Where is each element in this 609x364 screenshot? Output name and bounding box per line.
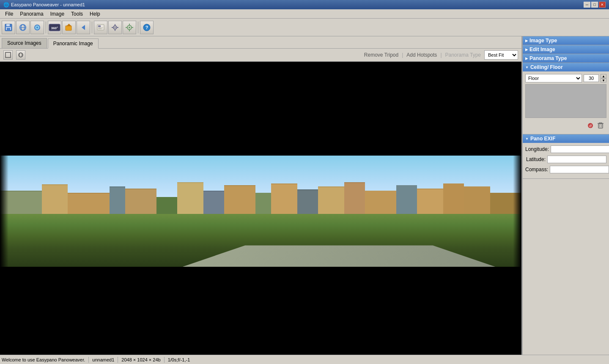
tab-panoramic-image[interactable]: Panoramic Image: [48, 38, 99, 49]
svg-text:360°: 360°: [51, 26, 58, 30]
menu-file[interactable]: File: [2, 10, 16, 18]
help-button[interactable]: ?: [140, 21, 154, 34]
status-welcome: Welcome to use Easypano Panoweaver.: [2, 357, 85, 362]
preview-button[interactable]: [30, 21, 44, 34]
svg-point-35: [19, 53, 22, 57]
left-panel: Source Images Panoramic Image Remove Tri…: [0, 36, 522, 355]
pano-exif-header[interactable]: ▼ Pano EXIF: [523, 134, 609, 143]
building-8: [224, 185, 255, 214]
panoramic-view: [0, 62, 521, 355]
ceiling-floor-section: ▼ Ceiling/ Floor Floor Ceiling Both None…: [523, 63, 609, 134]
image-type-section: ▶ Image Type: [523, 36, 609, 45]
decode-button[interactable]: [94, 21, 107, 34]
add-hotspots-link[interactable]: Add Hotspots: [406, 52, 437, 58]
stitch-button[interactable]: [16, 21, 30, 34]
floor-ceiling-dropdown[interactable]: Floor Ceiling Both None: [525, 74, 582, 82]
cf-load-button[interactable]: ↺: [586, 121, 595, 130]
panorama-type-label: Panorama Type: [445, 52, 481, 58]
compass-input[interactable]: [550, 166, 609, 173]
image-type-arrow: ▶: [525, 39, 528, 43]
building-14: [396, 185, 417, 214]
pano-ground: [0, 205, 521, 267]
trees-2: [255, 193, 271, 214]
status-div-2: [118, 357, 118, 363]
latitude-input[interactable]: [547, 156, 606, 163]
settings1-button[interactable]: [108, 21, 122, 34]
edit-image-section: ▶ Edit Image: [523, 45, 609, 54]
buildings-row: [0, 180, 521, 214]
building-3: [68, 193, 110, 214]
svg-rect-40: [599, 123, 602, 123]
title-bar-title: 🌐 Easypano Panoweaver - unnamed1: [3, 2, 85, 8]
building-11: [318, 186, 344, 214]
building-13: [365, 191, 396, 214]
ceiling-floor-arrow: ▼: [525, 66, 529, 69]
building-2: [42, 184, 68, 214]
title-bar-controls: ─ □ ✕: [584, 2, 606, 8]
image-type-label: Image Type: [529, 38, 557, 44]
image-toolbar: Remove Tripod | Add Hotspots | Panorama …: [0, 49, 521, 62]
ceiling-floor-label: Ceiling/ Floor: [530, 64, 563, 70]
panorama-type-label: Panorama Type: [529, 55, 567, 61]
image-type-header[interactable]: ▶ Image Type: [523, 36, 609, 45]
edit-image-label: Edit Image: [529, 47, 555, 52]
edit-image-header[interactable]: ▶ Edit Image: [523, 45, 609, 54]
back-button[interactable]: [77, 21, 90, 34]
svg-marker-14: [82, 25, 85, 30]
rect-view-button[interactable]: [3, 50, 13, 60]
latitude-row: Latitude:: [525, 156, 606, 163]
pano-fade-left: [0, 150, 8, 267]
close-button[interactable]: ✕: [599, 2, 606, 8]
svg-rect-38: [598, 124, 603, 128]
status-dimensions: 2048 × 1024 × 24b: [121, 357, 160, 362]
cf-color-preview: [525, 84, 606, 118]
menu-tools[interactable]: Tools: [68, 10, 86, 18]
svg-text:?: ?: [145, 25, 148, 30]
svg-marker-13: [66, 24, 71, 26]
minimize-button[interactable]: ─: [584, 2, 590, 8]
publish-button[interactable]: [62, 21, 76, 34]
pano-exif-label: Pano EXIF: [530, 136, 555, 142]
svg-rect-12: [66, 26, 71, 30]
fit-dropdown[interactable]: Best Fit Fit Width Fit Height 100% 50%: [484, 50, 518, 60]
maximize-button[interactable]: □: [591, 2, 598, 8]
cf-action-row: ↺: [525, 120, 606, 131]
building-5: [125, 189, 156, 214]
svg-point-9: [36, 27, 38, 28]
building-17: [464, 186, 490, 214]
building-4: [110, 186, 125, 214]
panorama-type-header[interactable]: ▶ Panorama Type: [523, 54, 609, 63]
ground-path: [183, 245, 496, 267]
cf-controls-row: Floor Ceiling Both None ▲ ▼: [525, 74, 606, 82]
cf-delete-button[interactable]: [596, 121, 605, 130]
menu-panorama[interactable]: Panorama: [16, 10, 47, 18]
tab-source-images[interactable]: Source Images: [2, 38, 47, 48]
save-button[interactable]: [2, 21, 15, 34]
pano-photo-strip: [0, 156, 521, 267]
status-div-1: [88, 357, 89, 363]
main-toolbar: 360°: [0, 19, 609, 36]
cf-decrement[interactable]: ▼: [601, 78, 606, 82]
360-view-button[interactable]: 360°: [48, 21, 61, 34]
longitude-label: Longitude:: [525, 146, 549, 152]
exif-content: Longitude: Latitude: Compass:: [523, 143, 609, 178]
building-15: [417, 189, 443, 214]
toolbar-sep-1: [46, 22, 46, 33]
app-icon: 🌐: [3, 2, 9, 8]
settings2-button[interactable]: [123, 21, 136, 34]
building-9: [271, 183, 297, 214]
building-10: [297, 189, 318, 214]
ceiling-floor-header[interactable]: ▼ Ceiling/ Floor: [523, 63, 609, 71]
sphere-view-button[interactable]: [16, 50, 25, 60]
pano-scene: [0, 62, 521, 355]
cf-value-input[interactable]: [584, 74, 599, 82]
svg-point-20: [115, 27, 116, 28]
svg-rect-1: [6, 24, 10, 26]
cf-increment[interactable]: ▲: [601, 74, 606, 78]
pano-fade-right: [513, 150, 521, 267]
remove-tripod-link[interactable]: Remove Tripod: [364, 52, 398, 58]
menu-image[interactable]: Image: [47, 10, 68, 18]
longitude-input[interactable]: [551, 145, 609, 153]
menu-help[interactable]: Help: [86, 10, 104, 18]
longitude-row: Longitude:: [525, 145, 606, 153]
